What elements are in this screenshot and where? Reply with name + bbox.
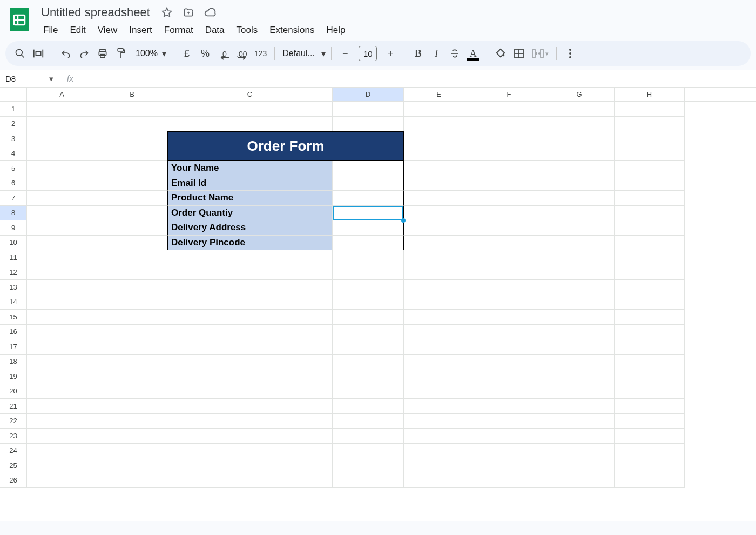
row-header-16[interactable]: 16: [0, 325, 27, 340]
zoom-select[interactable]: 100% ▾: [130, 49, 168, 59]
cell-F2[interactable]: [474, 117, 544, 132]
col-header-B[interactable]: B: [97, 88, 167, 101]
doc-title[interactable]: Untitled spreadsheet: [38, 4, 153, 21]
cell-F22[interactable]: [474, 414, 544, 429]
cell-G9[interactable]: [544, 220, 615, 236]
cell-H8[interactable]: [615, 206, 685, 221]
merge-cells-button[interactable]: ▾: [528, 45, 552, 62]
cell-C1[interactable]: [167, 102, 333, 117]
cell-F25[interactable]: [474, 458, 544, 473]
cell-G10[interactable]: [544, 236, 615, 251]
cell-B9[interactable]: [97, 220, 167, 236]
cell-G6[interactable]: [544, 176, 615, 191]
cell-F20[interactable]: [474, 384, 544, 399]
menu-format[interactable]: Format: [159, 23, 199, 38]
cell-A14[interactable]: [27, 295, 97, 310]
cell-G11[interactable]: [544, 250, 615, 265]
increase-decimal-button[interactable]: .00: [233, 45, 251, 62]
cell-B21[interactable]: [97, 399, 167, 414]
cell-E1[interactable]: [404, 102, 474, 117]
cell-E6[interactable]: [404, 176, 474, 191]
cell-D20[interactable]: [333, 384, 404, 399]
cell-B8[interactable]: [97, 206, 167, 221]
strikethrough-button[interactable]: [446, 45, 464, 62]
cell-A1[interactable]: [27, 102, 97, 117]
row-header-9[interactable]: 9: [0, 220, 27, 236]
row-header-14[interactable]: 14: [0, 295, 27, 310]
cell-B24[interactable]: [97, 444, 167, 459]
cell-B19[interactable]: [97, 369, 167, 384]
cell-C5[interactable]: Your Name: [167, 161, 333, 176]
cell-G14[interactable]: [544, 295, 615, 310]
cell-G24[interactable]: [544, 444, 615, 459]
cell-F11[interactable]: [474, 250, 544, 265]
cell-H15[interactable]: [615, 310, 685, 325]
cell-B7[interactable]: [97, 191, 167, 206]
cell-E8[interactable]: [404, 206, 474, 221]
cell-A9[interactable]: [27, 220, 97, 236]
cell-E19[interactable]: [404, 369, 474, 384]
cell-E10[interactable]: [404, 236, 474, 251]
cell-F4[interactable]: [474, 146, 544, 162]
row-header-1[interactable]: 1: [0, 102, 27, 117]
row-header-24[interactable]: 24: [0, 444, 27, 459]
cell-A18[interactable]: [27, 355, 97, 370]
cell-G22[interactable]: [544, 414, 615, 429]
cell-F26[interactable]: [474, 473, 544, 489]
menu-help[interactable]: Help: [321, 23, 350, 38]
cell-E21[interactable]: [404, 399, 474, 414]
cell-G20[interactable]: [544, 384, 615, 399]
cell-C25[interactable]: [167, 458, 333, 473]
cell-B20[interactable]: [97, 384, 167, 399]
cell-G3[interactable]: [544, 131, 615, 146]
cell-D14[interactable]: [333, 295, 404, 310]
cell-C17[interactable]: [167, 339, 333, 355]
paint-format-icon[interactable]: [112, 45, 130, 62]
cell-B13[interactable]: [97, 280, 167, 295]
cell-H23[interactable]: [615, 429, 685, 444]
cell-A11[interactable]: [27, 250, 97, 265]
row-header-3[interactable]: 3: [0, 131, 27, 146]
cell-C22[interactable]: [167, 414, 333, 429]
fill-color-button[interactable]: [491, 45, 510, 62]
cell-B14[interactable]: [97, 295, 167, 310]
cell-E11[interactable]: [404, 250, 474, 265]
cell-E18[interactable]: [404, 355, 474, 370]
cell-A10[interactable]: [27, 236, 97, 251]
cell-E5[interactable]: [404, 161, 474, 176]
cell-D6[interactable]: [333, 176, 404, 191]
borders-button[interactable]: [510, 45, 528, 62]
cell-E13[interactable]: [404, 280, 474, 295]
cell-D9[interactable]: [333, 220, 404, 236]
cell-G5[interactable]: [544, 161, 615, 176]
cell-C19[interactable]: [167, 369, 333, 384]
cell-H3[interactable]: [615, 131, 685, 146]
cell-A15[interactable]: [27, 310, 97, 325]
cell-A16[interactable]: [27, 325, 97, 340]
cell-A6[interactable]: [27, 176, 97, 191]
col-header-E[interactable]: E: [404, 88, 474, 101]
cell-F8[interactable]: [474, 206, 544, 221]
cell-D19[interactable]: [333, 369, 404, 384]
cell-C7[interactable]: Product Name: [167, 191, 333, 206]
italic-button[interactable]: I: [427, 45, 446, 62]
cell-E15[interactable]: [404, 310, 474, 325]
cell-H10[interactable]: [615, 236, 685, 251]
row-header-15[interactable]: 15: [0, 310, 27, 325]
sheets-logo-icon[interactable]: [8, 4, 31, 35]
cell-A25[interactable]: [27, 458, 97, 473]
cell-G12[interactable]: [544, 265, 615, 280]
cell-H16[interactable]: [615, 325, 685, 340]
row-header-23[interactable]: 23: [0, 429, 27, 444]
menu-view[interactable]: View: [92, 23, 123, 38]
cell-F24[interactable]: [474, 444, 544, 459]
cell-G25[interactable]: [544, 458, 615, 473]
cell-A20[interactable]: [27, 384, 97, 399]
menu-data[interactable]: Data: [200, 23, 230, 38]
cell-A12[interactable]: [27, 265, 97, 280]
cell-E3[interactable]: [404, 131, 474, 146]
cell-E25[interactable]: [404, 458, 474, 473]
cell-A21[interactable]: [27, 399, 97, 414]
cell-H18[interactable]: [615, 355, 685, 370]
cell-D7[interactable]: [333, 191, 404, 206]
